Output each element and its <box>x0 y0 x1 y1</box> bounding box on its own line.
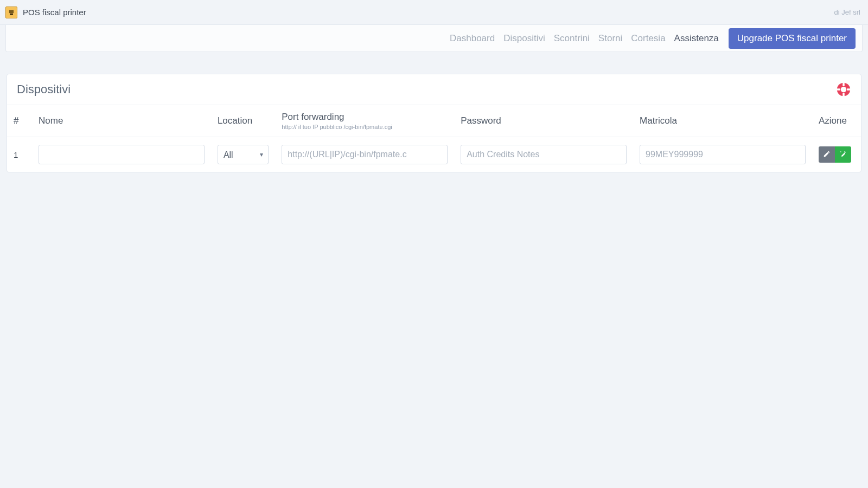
svg-point-3 <box>841 87 847 93</box>
titlebar: POS fiscal printer di Jef srl <box>0 0 868 25</box>
th-password: Password <box>454 105 633 137</box>
nav-links: Dashboard Dispositivi Scontrini Storni C… <box>450 33 719 44</box>
dispositivi-card: Dispositivi # Nome Location Port forward… <box>7 74 861 172</box>
th-index: # <box>7 105 32 137</box>
cell-port <box>275 137 454 172</box>
location-select[interactable]: All <box>218 145 269 164</box>
edit-button[interactable] <box>819 146 835 163</box>
cell-index: 1 <box>7 137 32 172</box>
th-location: Location <box>211 105 275 137</box>
th-port: Port forwarding http:// il tuo IP pubbli… <box>275 105 454 137</box>
nav-dispositivi[interactable]: Dispositivi <box>503 33 545 44</box>
vendor-label: di Jef srl <box>834 8 860 16</box>
nome-input[interactable] <box>39 145 205 164</box>
th-port-label: Port forwarding <box>282 112 344 122</box>
upgrade-button[interactable]: Upgrade POS fiscal printer <box>729 28 856 49</box>
app-title: POS fiscal printer <box>23 8 86 17</box>
matricola-input[interactable] <box>640 145 806 164</box>
nav-scontrini[interactable]: Scontrini <box>554 33 590 44</box>
cell-password <box>454 137 633 172</box>
help-lifesaver-icon[interactable] <box>836 82 851 97</box>
password-input[interactable] <box>461 145 627 164</box>
svg-rect-7 <box>847 88 851 91</box>
cell-azione <box>812 137 861 172</box>
card-title: Dispositivi <box>17 82 71 97</box>
table-row: 1 All <box>7 137 861 172</box>
cell-location: All <box>211 137 275 172</box>
navbar: Dashboard Dispositivi Scontrini Storni C… <box>5 25 863 52</box>
port-input[interactable] <box>282 145 448 164</box>
th-matricola: Matricola <box>633 105 812 137</box>
svg-rect-1 <box>10 13 13 15</box>
svg-rect-4 <box>843 82 845 86</box>
nav-storni[interactable]: Storni <box>598 33 622 44</box>
th-nome: Nome <box>32 105 211 137</box>
th-port-sub: http:// il tuo IP pubblico /cgi-bin/fpma… <box>282 124 448 130</box>
table-header-row: # Nome Location Port forwarding http:// … <box>7 105 861 137</box>
devices-table: # Nome Location Port forwarding http:// … <box>7 105 861 172</box>
magic-pencil-icon <box>839 150 847 159</box>
svg-rect-5 <box>843 93 845 97</box>
th-azione: Azione <box>812 105 861 137</box>
cell-nome <box>32 137 211 172</box>
app-icon <box>5 7 17 18</box>
svg-rect-6 <box>837 88 840 91</box>
cell-matricola <box>633 137 812 172</box>
pencil-icon <box>823 150 831 159</box>
nav-dashboard[interactable]: Dashboard <box>450 33 495 44</box>
nav-cortesia[interactable]: Cortesia <box>631 33 665 44</box>
svg-rect-0 <box>9 10 14 13</box>
nav-assistenza[interactable]: Assistenza <box>674 33 719 44</box>
save-button[interactable] <box>835 146 851 163</box>
